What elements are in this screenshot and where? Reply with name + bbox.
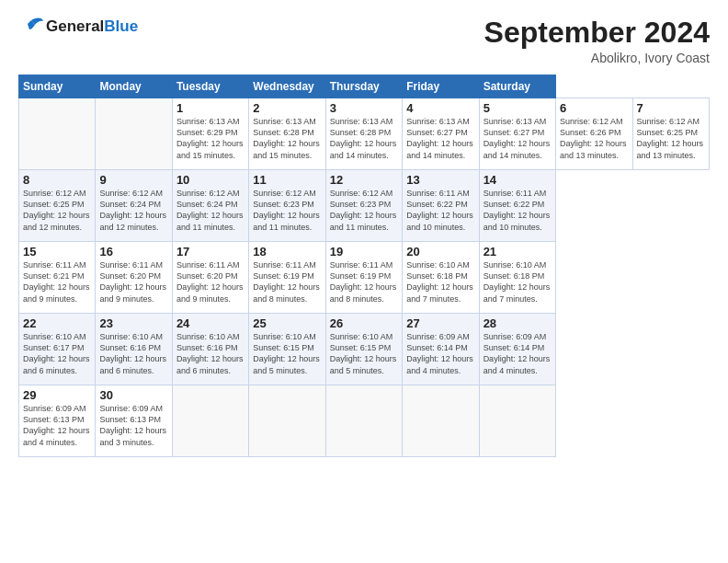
- day-number: 26: [330, 316, 398, 330]
- day-info: Sunrise: 6:10 AMSunset: 6:18 PMDaylight:…: [483, 259, 552, 304]
- day-info: Sunrise: 6:12 AMSunset: 6:25 PMDaylight:…: [637, 116, 706, 161]
- calendar-cell: 7Sunrise: 6:12 AMSunset: 6:25 PMDaylight…: [632, 98, 710, 170]
- day-info: Sunrise: 6:10 AMSunset: 6:16 PMDaylight:…: [99, 331, 167, 376]
- day-number: 29: [23, 388, 91, 402]
- day-number: 14: [483, 173, 552, 187]
- calendar-cell: 13Sunrise: 6:11 AMSunset: 6:22 PMDayligh…: [403, 170, 479, 242]
- calendar-cell: [249, 385, 325, 457]
- title-block: September 2024 Abolikro, Ivory Coast: [484, 17, 710, 65]
- day-info: Sunrise: 6:09 AMSunset: 6:14 PMDaylight:…: [483, 331, 552, 376]
- day-info: Sunrise: 6:13 AMSunset: 6:28 PMDaylight:…: [330, 116, 398, 161]
- calendar-cell: 28Sunrise: 6:09 AMSunset: 6:14 PMDayligh…: [479, 314, 555, 385]
- calendar-cell: 22Sunrise: 6:10 AMSunset: 6:17 PMDayligh…: [19, 314, 96, 385]
- col-monday: Monday: [96, 75, 172, 98]
- header: GeneralBlue September 2024 Abolikro, Ivo…: [18, 17, 710, 65]
- calendar-cell: 3Sunrise: 6:13 AMSunset: 6:28 PMDaylight…: [325, 98, 402, 170]
- calendar-cell: 19Sunrise: 6:11 AMSunset: 6:19 PMDayligh…: [325, 242, 402, 314]
- day-info: Sunrise: 6:11 AMSunset: 6:21 PMDaylight:…: [23, 259, 91, 304]
- calendar-cell: [19, 98, 96, 170]
- calendar-cell: 15Sunrise: 6:11 AMSunset: 6:21 PMDayligh…: [19, 242, 96, 314]
- day-info: Sunrise: 6:12 AMSunset: 6:23 PMDaylight:…: [253, 188, 321, 233]
- calendar-cell: 12Sunrise: 6:12 AMSunset: 6:23 PMDayligh…: [325, 170, 402, 242]
- day-number: 17: [176, 245, 245, 259]
- calendar-cell: [172, 385, 248, 457]
- day-number: 3: [330, 101, 398, 115]
- calendar-week-row: 8Sunrise: 6:12 AMSunset: 6:25 PMDaylight…: [19, 170, 710, 242]
- calendar-cell: 6Sunrise: 6:12 AMSunset: 6:26 PMDaylight…: [556, 98, 632, 170]
- day-number: 20: [406, 245, 474, 259]
- page: GeneralBlue September 2024 Abolikro, Ivo…: [0, 0, 728, 563]
- day-number: 15: [23, 245, 91, 259]
- calendar-cell: 21Sunrise: 6:10 AMSunset: 6:18 PMDayligh…: [479, 242, 555, 314]
- day-number: 16: [99, 245, 167, 259]
- day-info: Sunrise: 6:11 AMSunset: 6:19 PMDaylight:…: [253, 259, 321, 304]
- day-number: 27: [406, 316, 474, 330]
- location-title: Abolikro, Ivory Coast: [484, 51, 710, 65]
- calendar-cell: 11Sunrise: 6:12 AMSunset: 6:23 PMDayligh…: [249, 170, 325, 242]
- day-number: 4: [406, 101, 474, 115]
- day-number: 2: [253, 101, 321, 115]
- calendar-cell: 10Sunrise: 6:12 AMSunset: 6:24 PMDayligh…: [172, 170, 248, 242]
- day-info: Sunrise: 6:11 AMSunset: 6:20 PMDaylight:…: [176, 259, 245, 304]
- calendar-cell: 25Sunrise: 6:10 AMSunset: 6:15 PMDayligh…: [249, 314, 325, 385]
- day-number: 30: [99, 388, 167, 402]
- col-tuesday: Tuesday: [172, 75, 248, 98]
- calendar-header-row: Sunday Monday Tuesday Wednesday Thursday…: [19, 75, 710, 98]
- day-info: Sunrise: 6:13 AMSunset: 6:27 PMDaylight:…: [406, 116, 474, 161]
- calendar-cell: [479, 385, 555, 457]
- calendar-table: Sunday Monday Tuesday Wednesday Thursday…: [18, 75, 710, 457]
- logo-text: GeneralBlue: [46, 17, 138, 36]
- calendar-cell: 30Sunrise: 6:09 AMSunset: 6:13 PMDayligh…: [96, 385, 172, 457]
- day-info: Sunrise: 6:10 AMSunset: 6:15 PMDaylight:…: [330, 331, 398, 376]
- logo-bird-icon: [18, 17, 44, 37]
- calendar-cell: [325, 385, 402, 457]
- day-info: Sunrise: 6:10 AMSunset: 6:16 PMDaylight:…: [176, 331, 245, 376]
- calendar-cell: 23Sunrise: 6:10 AMSunset: 6:16 PMDayligh…: [96, 314, 172, 385]
- day-number: 22: [23, 316, 91, 330]
- calendar-cell: 27Sunrise: 6:09 AMSunset: 6:14 PMDayligh…: [403, 314, 479, 385]
- calendar-cell: 8Sunrise: 6:12 AMSunset: 6:25 PMDaylight…: [19, 170, 96, 242]
- calendar-cell: 29Sunrise: 6:09 AMSunset: 6:13 PMDayligh…: [19, 385, 96, 457]
- day-number: 6: [560, 101, 628, 115]
- day-info: Sunrise: 6:12 AMSunset: 6:23 PMDaylight:…: [330, 188, 398, 233]
- calendar-cell: 26Sunrise: 6:10 AMSunset: 6:15 PMDayligh…: [325, 314, 402, 385]
- day-info: Sunrise: 6:13 AMSunset: 6:28 PMDaylight:…: [253, 116, 321, 161]
- calendar-cell: 16Sunrise: 6:11 AMSunset: 6:20 PMDayligh…: [96, 242, 172, 314]
- day-number: 23: [99, 316, 167, 330]
- day-info: Sunrise: 6:13 AMSunset: 6:29 PMDaylight:…: [176, 116, 245, 161]
- day-number: 8: [23, 173, 91, 187]
- calendar-cell: 17Sunrise: 6:11 AMSunset: 6:20 PMDayligh…: [172, 242, 248, 314]
- day-number: 24: [176, 316, 245, 330]
- day-info: Sunrise: 6:09 AMSunset: 6:13 PMDaylight:…: [23, 403, 91, 448]
- day-info: Sunrise: 6:10 AMSunset: 6:17 PMDaylight:…: [23, 331, 91, 376]
- day-info: Sunrise: 6:10 AMSunset: 6:18 PMDaylight:…: [406, 259, 474, 304]
- calendar-cell: [96, 98, 172, 170]
- day-number: 25: [253, 316, 321, 330]
- calendar-cell: 4Sunrise: 6:13 AMSunset: 6:27 PMDaylight…: [403, 98, 479, 170]
- day-info: Sunrise: 6:11 AMSunset: 6:22 PMDaylight:…: [483, 188, 552, 233]
- day-info: Sunrise: 6:12 AMSunset: 6:26 PMDaylight:…: [560, 116, 628, 161]
- calendar-week-row: 15Sunrise: 6:11 AMSunset: 6:21 PMDayligh…: [19, 242, 710, 314]
- day-number: 7: [637, 101, 706, 115]
- calendar-cell: 5Sunrise: 6:13 AMSunset: 6:27 PMDaylight…: [479, 98, 555, 170]
- col-saturday: Saturday: [479, 75, 555, 98]
- day-number: 18: [253, 245, 321, 259]
- day-number: 11: [253, 173, 321, 187]
- calendar-cell: 18Sunrise: 6:11 AMSunset: 6:19 PMDayligh…: [249, 242, 325, 314]
- day-info: Sunrise: 6:13 AMSunset: 6:27 PMDaylight:…: [483, 116, 552, 161]
- day-info: Sunrise: 6:09 AMSunset: 6:14 PMDaylight:…: [406, 331, 474, 376]
- day-info: Sunrise: 6:12 AMSunset: 6:25 PMDaylight:…: [23, 188, 91, 233]
- col-wednesday: Wednesday: [249, 75, 325, 98]
- calendar-cell: 20Sunrise: 6:10 AMSunset: 6:18 PMDayligh…: [403, 242, 479, 314]
- day-info: Sunrise: 6:09 AMSunset: 6:13 PMDaylight:…: [99, 403, 167, 448]
- day-number: 21: [483, 245, 552, 259]
- col-sunday: Sunday: [19, 75, 96, 98]
- calendar-cell: [403, 385, 479, 457]
- logo: GeneralBlue: [18, 17, 138, 37]
- day-number: 10: [176, 173, 245, 187]
- calendar-week-row: 29Sunrise: 6:09 AMSunset: 6:13 PMDayligh…: [19, 385, 710, 457]
- day-info: Sunrise: 6:12 AMSunset: 6:24 PMDaylight:…: [176, 188, 245, 233]
- day-info: Sunrise: 6:10 AMSunset: 6:15 PMDaylight:…: [253, 331, 321, 376]
- calendar-cell: 14Sunrise: 6:11 AMSunset: 6:22 PMDayligh…: [479, 170, 555, 242]
- day-number: 5: [483, 101, 552, 115]
